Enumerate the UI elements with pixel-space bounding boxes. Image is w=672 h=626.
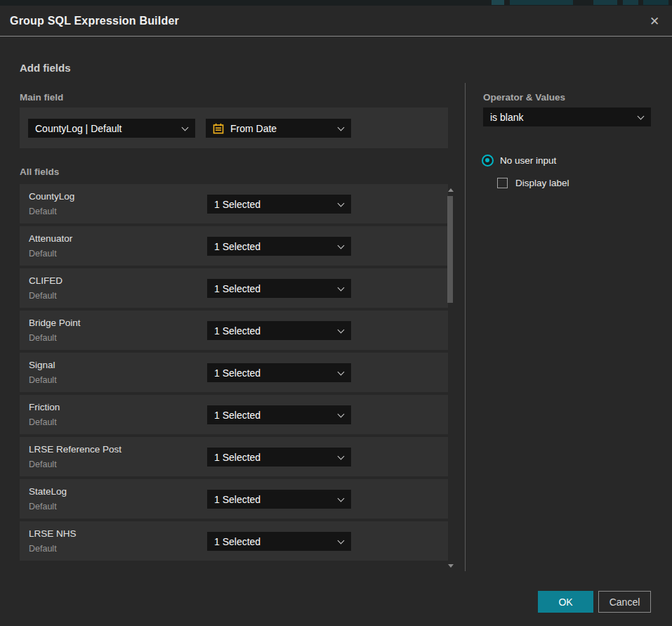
layer-select[interactable]: CountyLog | Default [28, 119, 195, 138]
field-name: LRSE NHS [29, 528, 77, 539]
field-selected-dropdown[interactable]: 1 Selected [207, 490, 351, 509]
field-subtype: Default [29, 333, 57, 343]
field-selected-value: 1 Selected [214, 536, 261, 547]
field-subtype: Default [29, 502, 57, 511]
field-selected-value: 1 Selected [214, 325, 261, 337]
field-subtype: Default [29, 249, 57, 259]
layer-select-value: CountyLog | Default [35, 123, 122, 134]
field-selected-value: 1 Selected [214, 199, 261, 210]
checkbox-label: Display label [515, 178, 569, 188]
chevron-down-icon [338, 200, 345, 207]
no-user-input-radio[interactable]: No user input [482, 155, 556, 167]
field-row: Signal Default 1 Selected [20, 353, 448, 392]
dialog-header: Group SQL Expression Builder ✕ [0, 6, 672, 37]
field-selected-dropdown[interactable]: 1 Selected [207, 321, 351, 340]
calendar-icon [213, 123, 224, 134]
field-row: LRSE Reference Post Default 1 Selected [20, 437, 448, 476]
field-name: Attenuator [29, 233, 72, 244]
dialog-title: Group SQL Expression Builder [10, 15, 179, 27]
background-app-fragment [593, 0, 617, 5]
main-field-label: Main field [20, 92, 63, 103]
group-sql-expression-builder-dialog: Group SQL Expression Builder ✕ Add field… [0, 6, 672, 626]
add-fields-heading: Add fields [20, 62, 71, 74]
field-selected-dropdown[interactable]: 1 Selected [207, 279, 351, 298]
field-name: Signal [29, 360, 55, 370]
field-row: StateLog Default 1 Selected [20, 479, 448, 519]
field-subtype: Default [29, 207, 57, 216]
background-app-fragment [510, 0, 573, 5]
close-icon[interactable]: ✕ [647, 13, 662, 29]
field-row: CountyLog Default 1 Selected [20, 184, 448, 223]
background-app-fragment [623, 0, 638, 5]
radio-label: No user input [500, 155, 556, 166]
fields-list-scrollbar[interactable] [447, 184, 455, 569]
field-subtype: Default [29, 375, 57, 385]
operator-select[interactable]: is blank [483, 107, 651, 126]
column-divider [465, 83, 466, 571]
chevron-down-icon [338, 242, 345, 249]
chevron-down-icon [338, 452, 345, 459]
field-row: Friction Default 1 Selected [20, 395, 448, 434]
field-selected-value: 1 Selected [214, 410, 261, 421]
background-app-fragment [643, 0, 668, 5]
field-selected-dropdown[interactable]: 1 Selected [207, 363, 351, 382]
field-name: LRSE Reference Post [29, 444, 121, 455]
field-selected-dropdown[interactable]: 1 Selected [207, 405, 351, 424]
field-name: CountyLog [29, 191, 74, 202]
chevron-down-icon [338, 537, 345, 544]
field-selected-dropdown[interactable]: 1 Selected [207, 237, 351, 256]
chevron-down-icon [338, 284, 345, 291]
ok-button[interactable]: OK [538, 591, 593, 613]
chevron-down-icon [338, 410, 345, 417]
scroll-up-icon[interactable] [448, 188, 454, 192]
field-selected-value: 1 Selected [214, 367, 261, 379]
scrollbar-thumb[interactable] [447, 196, 453, 303]
all-fields-label: All fields [20, 167, 59, 177]
background-app-fragment [492, 0, 504, 5]
radio-icon [482, 155, 494, 167]
chevron-down-icon [338, 495, 345, 502]
field-selected-value: 1 Selected [214, 241, 261, 252]
field-selected-dropdown[interactable]: 1 Selected [207, 532, 351, 551]
chevron-down-icon [638, 112, 645, 119]
main-field-panel: CountyLog | Default From Date [20, 107, 448, 148]
field-row: Attenuator Default 1 Selected [20, 226, 448, 266]
all-fields-list: CountyLog Default 1 Selected Attenuator … [20, 184, 448, 566]
operator-values-label: Operator & Values [483, 92, 565, 103]
field-name: StateLog [29, 486, 67, 497]
field-selected-value: 1 Selected [214, 283, 261, 294]
field-name: CLIFED [29, 275, 62, 286]
main-field-select[interactable]: From Date [206, 119, 351, 138]
scroll-down-icon[interactable] [448, 564, 454, 568]
main-field-select-value: From Date [230, 123, 277, 134]
field-subtype: Default [29, 459, 57, 469]
dialog-footer: OK Cancel [0, 585, 672, 619]
field-selected-value: 1 Selected [214, 452, 261, 463]
operator-select-value: is blank [490, 112, 523, 123]
chevron-down-icon [338, 124, 345, 131]
field-name: Bridge Point [29, 318, 81, 328]
field-subtype: Default [29, 544, 57, 554]
field-row: Bridge Point Default 1 Selected [20, 311, 448, 350]
chevron-down-icon [338, 368, 345, 375]
chevron-down-icon [338, 326, 345, 333]
field-selected-dropdown[interactable]: 1 Selected [207, 448, 351, 467]
field-row: LRSE NHS Default 1 Selected [20, 521, 448, 561]
cancel-button[interactable]: Cancel [598, 591, 651, 613]
field-selected-dropdown[interactable]: 1 Selected [207, 195, 351, 214]
field-name: Friction [29, 402, 60, 412]
checkbox-icon [497, 178, 508, 188]
field-subtype: Default [29, 291, 57, 301]
background-app-strip [0, 0, 672, 6]
chevron-down-icon [182, 124, 189, 131]
field-row: CLIFED Default 1 Selected [20, 268, 448, 308]
field-subtype: Default [29, 417, 57, 427]
display-label-checkbox[interactable]: Display label [497, 178, 569, 188]
field-selected-value: 1 Selected [214, 494, 261, 505]
